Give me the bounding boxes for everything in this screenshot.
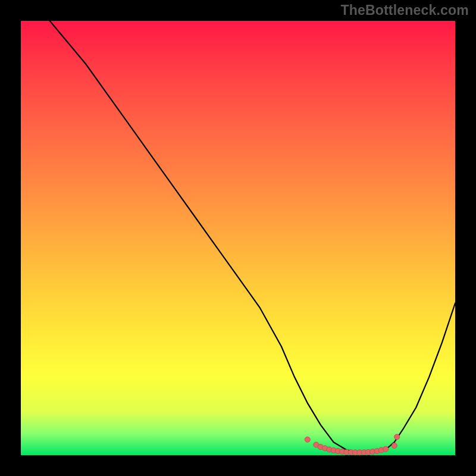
marker-dot (305, 437, 310, 442)
marker-dot (383, 446, 389, 452)
flat-region-markers (305, 434, 400, 455)
plot-area (21, 21, 455, 455)
marker-dot (394, 434, 400, 440)
curve-svg (21, 21, 455, 455)
chart-frame: TheBottleneck.com (0, 0, 476, 476)
marker-dot (392, 443, 397, 448)
watermark-text: TheBottleneck.com (340, 2, 469, 18)
bottleneck-curve (21, 0, 455, 452)
